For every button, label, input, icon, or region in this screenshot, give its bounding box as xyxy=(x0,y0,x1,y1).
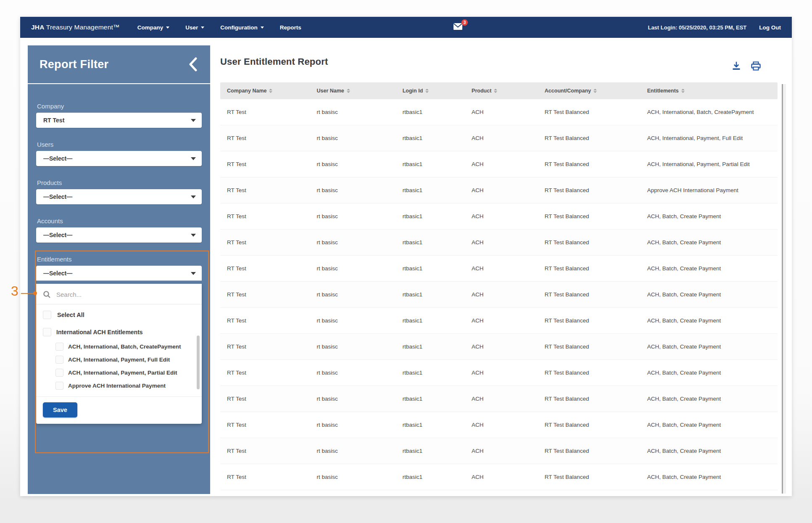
cell-company-name: RT Test xyxy=(220,317,310,324)
table-row[interactable]: RT Test rt basisc rtbasic1 ACH RT Test B… xyxy=(220,464,778,490)
cell-product: ACH xyxy=(465,135,538,141)
entitlements-list: International ACH Entitlements ACH, Inte… xyxy=(36,325,202,394)
column-header-account-company[interactable]: Account/Company xyxy=(538,88,641,94)
logout-button[interactable]: Log Out xyxy=(759,24,781,31)
cell-login-id: rtbasic1 xyxy=(396,448,465,454)
nav-item-company[interactable]: Company xyxy=(137,24,170,31)
table-row[interactable]: RT Test rt basisc rtbasic1 ACH RT Test B… xyxy=(220,282,778,308)
nav-item-reports[interactable]: Reports xyxy=(280,24,301,31)
group-checkbox[interactable] xyxy=(43,328,51,336)
nav-item-label: Configuration xyxy=(220,24,257,31)
cell-product: ACH xyxy=(465,370,538,376)
table-row[interactable]: RT Test rt basisc rtbasic1 ACH RT Test B… xyxy=(220,360,778,386)
table-row[interactable]: RT Test rt basisc rtbasic1 ACH RT Test B… xyxy=(220,177,778,203)
cell-company-name: RT Test xyxy=(220,448,310,454)
option-checkbox[interactable] xyxy=(55,343,63,351)
download-icon[interactable] xyxy=(732,61,741,71)
column-header-entitlements[interactable]: Entitlements xyxy=(641,88,778,94)
search-input[interactable] xyxy=(56,291,195,298)
table-row[interactable]: RT Test rt basisc rtbasic1 ACH RT Test B… xyxy=(220,256,778,282)
table-row[interactable]: RT Test rt basisc rtbasic1 ACH RT Test B… xyxy=(220,334,778,360)
dropdown-scrollbar[interactable] xyxy=(197,335,200,389)
table-row[interactable]: RT Test rt basisc rtbasic1 ACH RT Test B… xyxy=(220,412,778,438)
cell-account-company: RT Test Balanced xyxy=(538,187,641,193)
app-window: JHA Treasury Management™ Company User Co… xyxy=(20,17,792,496)
cell-account-company: RT Test Balanced xyxy=(538,265,641,272)
cell-entitlements: ACH, Batch, Create Payment xyxy=(641,396,778,402)
cell-login-id: rtbasic1 xyxy=(396,474,465,480)
scrollbar-track xyxy=(783,84,786,494)
entitlement-option[interactable]: ACH, International, Payment, Full Edit xyxy=(43,353,195,366)
cell-user-name: rt basisc xyxy=(310,135,395,141)
select-all-checkbox[interactable] xyxy=(43,311,51,319)
table-row[interactable]: RT Test rt basisc rtbasic1 ACH RT Test B… xyxy=(220,203,778,230)
cell-login-id: rtbasic1 xyxy=(396,109,465,115)
cell-company-name: RT Test xyxy=(220,213,310,219)
nav-menu: Company User Configuration Reports xyxy=(137,24,301,31)
products-select[interactable]: —Select— xyxy=(36,189,202,204)
cell-product: ACH xyxy=(465,187,538,193)
cell-entitlements: Approve ACH International Payment xyxy=(641,187,778,193)
cell-login-id: rtbasic1 xyxy=(396,422,465,428)
table-row[interactable]: RT Test rt basisc rtbasic1 ACH RT Test B… xyxy=(220,99,778,125)
cell-entitlements: ACH, Batch, Create Payment xyxy=(641,317,778,324)
table-row[interactable]: RT Test rt basisc rtbasic1 ACH RT Test B… xyxy=(220,438,778,464)
option-checkbox[interactable] xyxy=(55,369,63,377)
company-select[interactable]: RT Test xyxy=(36,113,202,128)
group-label: International ACH Entitlements xyxy=(56,329,143,335)
users-select[interactable]: —Select— xyxy=(36,151,202,166)
option-label: Approve ACH International Payment xyxy=(68,383,166,389)
entitlement-option[interactable]: Approve ACH International Payment xyxy=(43,379,195,392)
cell-login-id: rtbasic1 xyxy=(396,239,465,246)
cell-user-name: rt basisc xyxy=(310,343,395,350)
entitlements-select[interactable]: —Select— xyxy=(36,266,202,281)
last-login-text: Last Login: 05/25/2020, 03:25 PM, EST xyxy=(648,24,746,31)
column-header-login-id[interactable]: Login Id xyxy=(396,88,465,94)
nav-item-configuration[interactable]: Configuration xyxy=(220,24,264,31)
column-header-product[interactable]: Product xyxy=(465,88,538,94)
option-label: ACH, International, Payment, Full Edit xyxy=(68,357,170,363)
cell-login-id: rtbasic1 xyxy=(396,213,465,219)
option-checkbox[interactable] xyxy=(55,356,63,364)
sidebar-header: Report Filter xyxy=(28,45,210,84)
entitlement-group-row[interactable]: International ACH Entitlements xyxy=(43,328,195,336)
table-row[interactable]: RT Test rt basisc rtbasic1 ACH RT Test B… xyxy=(220,308,778,334)
search-icon xyxy=(43,291,51,298)
nav-item-label: Reports xyxy=(280,24,301,31)
accounts-select[interactable]: —Select— xyxy=(36,227,202,243)
filter-label: Entitlements xyxy=(37,256,202,263)
column-label: Login Id xyxy=(403,88,423,94)
vertical-scrollbar[interactable] xyxy=(782,84,783,494)
sort-icon xyxy=(681,89,685,93)
chevron-down-icon xyxy=(191,157,196,160)
cell-user-name: rt basisc xyxy=(310,187,395,193)
table-row[interactable]: RT Test rt basisc rtbasic1 ACH RT Test B… xyxy=(220,386,778,412)
table-row[interactable]: RT Test rt basisc rtbasic1 ACH RT Test B… xyxy=(220,230,778,256)
cell-company-name: RT Test xyxy=(220,187,310,193)
cell-entitlements: ACH, Batch, Create Payment xyxy=(641,265,778,272)
column-header-user-name[interactable]: User Name xyxy=(310,88,395,94)
select-value: —Select— xyxy=(43,232,72,238)
save-button[interactable]: Save xyxy=(43,402,77,417)
collapse-sidebar-button[interactable] xyxy=(188,57,198,71)
column-header-company-name[interactable]: Company Name xyxy=(220,88,310,94)
page-title: User Entitlement Report xyxy=(220,56,792,67)
cell-account-company: RT Test Balanced xyxy=(538,370,641,376)
cell-user-name: rt basisc xyxy=(310,213,395,219)
annotation-number: 3 xyxy=(11,283,18,299)
mail-icon[interactable]: 3 xyxy=(453,22,464,32)
table-row[interactable]: RT Test rt basisc rtbasic1 ACH RT Test B… xyxy=(220,151,778,177)
chevron-down-icon xyxy=(166,26,169,29)
nav-item-user[interactable]: User xyxy=(185,24,204,31)
print-icon[interactable] xyxy=(751,61,761,71)
option-checkbox[interactable] xyxy=(55,382,63,390)
cell-company-name: RT Test xyxy=(220,291,310,298)
cell-company-name: RT Test xyxy=(220,343,310,350)
entitlement-option[interactable]: ACH, International, Batch, CreatePayment xyxy=(43,340,195,353)
filter-group-users: Users —Select— xyxy=(36,141,202,166)
entitlement-option[interactable]: ACH, International, Payment, Partial Edi… xyxy=(43,366,195,379)
select-all-row[interactable]: Select All xyxy=(36,304,202,325)
cell-product: ACH xyxy=(465,474,538,480)
table-row[interactable]: RT Test rt basisc rtbasic1 ACH RT Test B… xyxy=(220,125,778,151)
chevron-down-icon xyxy=(191,234,196,237)
